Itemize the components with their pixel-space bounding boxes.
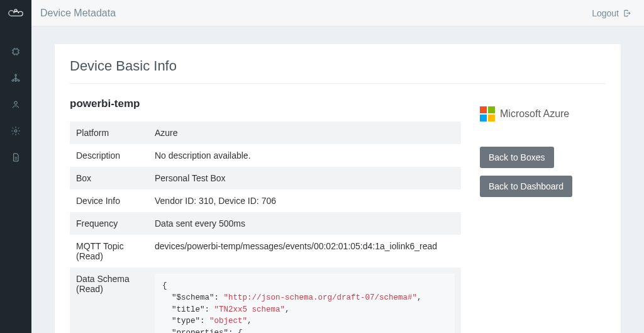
card-title: Device Basic Info — [70, 58, 606, 84]
device-name: powerbi-temp — [70, 98, 461, 110]
row-value: No description available. — [148, 144, 461, 167]
logout-link[interactable]: Logout — [592, 8, 631, 18]
platform-brand: Microsoft Azure — [480, 106, 606, 121]
network-icon — [11, 73, 21, 83]
row-value: Data sent every 500ms — [148, 212, 461, 235]
back-to-boxes-button[interactable]: Back to Boxes — [480, 147, 554, 168]
platform-brand-label: Microsoft Azure — [500, 108, 569, 120]
device-info-card: Device Basic Info powerbi-temp PlatformA… — [55, 44, 621, 333]
row-label: Description — [70, 144, 148, 167]
device-info-table: PlatformAzureDescriptionNo description a… — [70, 121, 461, 333]
sidebar — [0, 0, 31, 333]
sidebar-item-users[interactable] — [0, 97, 31, 112]
logout-label: Logout — [592, 8, 619, 18]
app-logo[interactable] — [0, 0, 31, 26]
cloud-logo-icon — [7, 7, 25, 20]
row-label: Box — [70, 167, 148, 189]
row-label: Data Schema (Read) — [70, 268, 148, 333]
table-row: Data Schema (Read){ "$schema": "http://j… — [70, 268, 461, 333]
table-row: PlatformAzure — [70, 121, 461, 144]
sidebar-item-devices[interactable] — [0, 44, 31, 59]
table-row: MQTT Topic (Read)devices/powerbi-temp/me… — [70, 235, 461, 268]
svg-point-6 — [14, 101, 18, 104]
topbar: Device Metadata Logout — [31, 0, 644, 26]
page-title: Device Metadata — [40, 8, 116, 19]
svg-rect-1 — [13, 49, 18, 54]
row-value: Personal Test Box — [148, 167, 461, 189]
microsoft-logo-icon — [480, 106, 495, 121]
document-icon — [11, 152, 21, 162]
row-value: { "$schema": "http://json-schema.org/dra… — [148, 268, 461, 333]
sidebar-item-network[interactable] — [0, 71, 31, 86]
table-row: FrequencyData sent every 500ms — [70, 212, 461, 235]
logout-icon — [623, 9, 631, 18]
svg-point-2 — [15, 74, 17, 76]
user-icon — [11, 99, 21, 110]
gear-icon — [11, 126, 21, 136]
row-value: Azure — [148, 121, 461, 144]
row-value: Vendor ID: 310, Device ID: 706 — [148, 189, 461, 212]
main-content: Device Basic Info powerbi-temp PlatformA… — [31, 26, 644, 333]
sidebar-item-docs[interactable] — [0, 150, 31, 165]
sidebar-item-settings[interactable] — [0, 123, 31, 138]
schema-code: { "$schema": "http://json-schema.org/dra… — [155, 274, 455, 333]
back-to-dashboard-button[interactable]: Back to Dashboard — [480, 176, 572, 197]
row-label: Platform — [70, 121, 148, 144]
row-label: MQTT Topic (Read) — [70, 235, 148, 268]
table-row: DescriptionNo description available. — [70, 144, 461, 167]
svg-point-4 — [15, 80, 17, 82]
svg-point-0 — [14, 9, 17, 12]
row-label: Device Info — [70, 189, 148, 212]
row-value: devices/powerbi-temp/messages/events/00:… — [148, 235, 461, 268]
table-row: Device InfoVendor ID: 310, Device ID: 70… — [70, 189, 461, 212]
row-label: Frequency — [70, 212, 148, 235]
table-row: BoxPersonal Test Box — [70, 167, 461, 189]
svg-point-7 — [14, 130, 17, 132]
chip-icon — [11, 47, 21, 57]
